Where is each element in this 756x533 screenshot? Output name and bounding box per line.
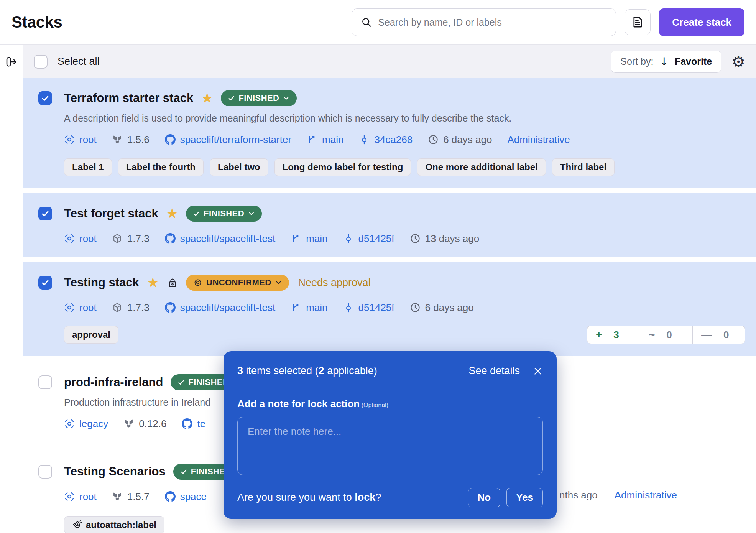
yes-button[interactable]: Yes [506, 488, 543, 507]
clock-icon [428, 134, 439, 145]
stack-state-badge[interactable]: FINISHED [221, 90, 297, 106]
expand-panel-icon[interactable] [5, 56, 18, 68]
stack-state-badge[interactable]: UNCONFIRMED [186, 275, 289, 291]
stack-row[interactable]: Terraform starter stack ★ FINISHED A des… [23, 78, 756, 188]
label-pill[interactable]: autoattach:label [64, 516, 164, 533]
stack-title[interactable]: Test forget stack [64, 207, 158, 220]
badge-text: UNCONFIRMED [206, 278, 271, 288]
label-pill[interactable]: Label 1 [64, 158, 112, 176]
sort-button[interactable]: Sort by: ↓ Favorite [611, 51, 721, 73]
commit-link[interactable]: d51425f [343, 302, 394, 314]
stack-right-meta: nths ago Administrative [559, 489, 677, 501]
stack-state-badge[interactable]: FINISHED [186, 206, 262, 222]
space-icon [64, 233, 75, 244]
stack-title-row: Testing stack ★ UNCONFIRMED Needs approv… [64, 274, 745, 291]
version-info: 1.5.7 [112, 491, 150, 503]
check-icon [42, 211, 49, 217]
sort-value: Favorite [675, 56, 712, 67]
github-icon [165, 491, 176, 502]
space-link[interactable]: root [64, 134, 97, 146]
stack-title[interactable]: Testing stack [64, 276, 139, 290]
sort-direction-icon: ↓ [659, 55, 668, 68]
favorite-star-icon[interactable]: ★ [166, 207, 178, 220]
badge-text: FINISHED [204, 209, 244, 219]
space-link[interactable]: legacy [64, 418, 108, 430]
plus-icon: + [596, 329, 602, 340]
select-all-label: Select all [58, 56, 100, 67]
search-input[interactable] [378, 17, 606, 28]
stack-title[interactable]: Terraform starter stack [64, 91, 193, 105]
stack-description: A description field is used to provide m… [64, 113, 745, 124]
page-header: Stacks Create stack [0, 0, 756, 44]
stack-title-row: Terraform starter stack ★ FINISHED [64, 90, 745, 107]
close-icon[interactable] [533, 366, 543, 376]
github-icon [165, 302, 176, 313]
side-strip [0, 44, 23, 533]
header-actions: Create stack [352, 8, 744, 36]
stack-meta-row: root 1.7.3 spacelift/spacelift-test main… [64, 301, 745, 314]
modified-count[interactable]: ~0 [640, 326, 692, 344]
label-pill[interactable]: approval [64, 326, 118, 344]
repository-link[interactable]: te [182, 418, 205, 430]
administrative-link[interactable]: Administrative [507, 134, 570, 146]
create-stack-button[interactable]: Create stack [659, 8, 744, 36]
repository-link[interactable]: spacelift/terraform-starter [165, 134, 291, 146]
stack-checkbox[interactable] [38, 465, 52, 479]
favorite-star-icon[interactable]: ★ [147, 276, 159, 290]
last-updated: 6 days ago [428, 134, 492, 146]
added-count[interactable]: +3 [587, 326, 640, 344]
docs-button[interactable] [625, 9, 651, 35]
commit-link[interactable]: d51425f [343, 233, 394, 245]
note-label-row: Add a note for lock action (Optional) [237, 398, 543, 410]
repository-link[interactable]: space [165, 491, 207, 503]
space-icon [64, 134, 75, 145]
clock-icon [410, 233, 421, 244]
bulk-action-modal: 3 items selected (2 applicable) See deta… [224, 351, 557, 519]
space-link[interactable]: root [64, 491, 97, 503]
label-pill[interactable]: Long demo label for testing [274, 158, 411, 176]
repository-link[interactable]: spacelift/spacelift-test [165, 233, 276, 245]
stack-title[interactable]: prod-infra-ireland [64, 375, 163, 389]
modal-footer: Are you sure you want to lock? No Yes [224, 479, 557, 519]
repository-link[interactable]: spacelift/spacelift-test [165, 302, 276, 314]
space-link[interactable]: root [64, 233, 97, 245]
stack-title[interactable]: Testing Scenarios [64, 465, 166, 479]
settings-gear-icon[interactable]: ⚙ [731, 54, 745, 69]
select-all-checkbox[interactable] [34, 55, 48, 69]
search-box[interactable] [352, 8, 616, 36]
stack-checkbox[interactable] [38, 276, 52, 290]
stack-row[interactable]: Test forget stack ★ FINISHED root 1.7.3 … [23, 193, 756, 257]
deleted-count[interactable]: —0 [692, 326, 745, 344]
check-icon [42, 95, 49, 101]
page-title: Stacks [12, 13, 62, 31]
see-details-link[interactable]: See details [468, 365, 520, 377]
label-pill[interactable]: Label two [210, 158, 268, 176]
modal-header: 3 items selected (2 applicable) See deta… [224, 351, 557, 388]
favorite-star-icon[interactable]: ★ [201, 91, 213, 105]
stack-row[interactable]: Testing stack ★ UNCONFIRMED Needs approv… [23, 262, 756, 356]
selected-count: 3 [237, 365, 243, 377]
branch-link[interactable]: main [291, 233, 327, 245]
space-link[interactable]: root [64, 302, 97, 314]
note-label: Add a note for lock action [237, 398, 360, 410]
label-pill[interactable]: One more additional label [417, 158, 546, 176]
chevron-down-icon [248, 212, 254, 216]
terraform-icon [123, 418, 134, 429]
stack-bottom-row: approval +3 ~0 —0 [64, 326, 745, 344]
commit-icon [343, 233, 354, 244]
space-icon [64, 491, 75, 502]
commit-link[interactable]: 34ca268 [359, 134, 413, 146]
administrative-link[interactable]: Administrative [615, 489, 677, 501]
branch-link[interactable]: main [291, 302, 327, 314]
label-pill[interactable]: Third label [552, 158, 615, 176]
chevron-down-icon [283, 96, 289, 100]
stack-checkbox[interactable] [38, 91, 52, 105]
stack-checkbox[interactable] [38, 375, 52, 389]
github-icon [182, 418, 192, 429]
cube-icon [112, 302, 123, 313]
branch-link[interactable]: main [307, 134, 343, 146]
stack-checkbox[interactable] [38, 207, 52, 220]
no-button[interactable]: No [468, 488, 501, 507]
note-textarea[interactable] [237, 417, 543, 475]
label-pill[interactable]: Label the fourth [118, 158, 204, 176]
